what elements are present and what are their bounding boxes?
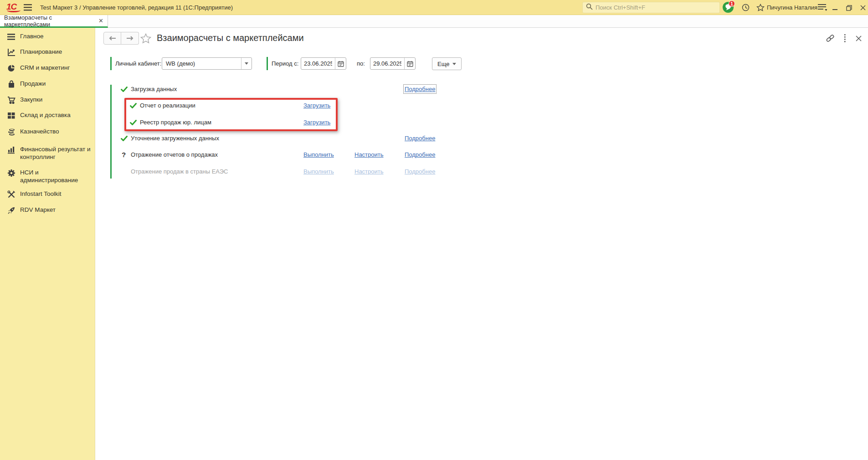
period-to-field[interactable] (370, 57, 416, 70)
current-user[interactable]: Пичугина Наталия (767, 4, 817, 11)
user-menu-icon[interactable] (818, 4, 827, 13)
filter-group-bar (110, 57, 112, 70)
check-icon (130, 102, 137, 111)
close-window-icon[interactable] (859, 5, 867, 11)
history-icon[interactable] (742, 4, 750, 13)
favorite-star-icon[interactable] (140, 33, 151, 46)
treasury-coins-icon (7, 128, 15, 136)
sidebar-item-infostart[interactable]: Infostart Toolkit (0, 190, 95, 199)
sidebar-item-glavnoe[interactable]: Главное (0, 32, 95, 41)
get-link-icon[interactable] (826, 34, 835, 44)
filter-group-bar (267, 57, 268, 70)
check-icon (121, 86, 128, 94)
main-content: Взаиморасчеты с маркетплейсами Личный ка… (95, 28, 868, 460)
forward-button[interactable] (121, 32, 139, 45)
period-from-label: Период с: (272, 60, 298, 67)
cabinet-value: WB (демо) (162, 60, 241, 67)
notification-badge: 1 (729, 0, 735, 7)
rocket-icon (7, 206, 15, 215)
window-titlebar: 1С Test Маркет 3 / Управление торговлей,… (0, 0, 868, 15)
calendar-icon[interactable] (404, 58, 415, 69)
purchases-cart-icon (7, 96, 15, 104)
restore-button[interactable] (845, 5, 853, 11)
calendar-icon[interactable] (335, 58, 346, 69)
planning-icon (7, 48, 15, 56)
favorites-star-icon[interactable] (756, 4, 765, 13)
period-from-field[interactable] (301, 57, 346, 70)
load-link[interactable]: Загрузить (303, 102, 330, 109)
check-icon (121, 135, 128, 143)
sidebar-item-kaznacheystvo[interactable]: Казначейство (0, 128, 95, 136)
minimize-button[interactable] (831, 5, 838, 11)
caret-down-icon (452, 63, 456, 65)
sales-bag-icon (7, 80, 15, 88)
sidebar-item-nsi[interactable]: НСИ и администрирование (0, 169, 95, 184)
sidebar-item-crm[interactable]: CRM и маркетинг (0, 64, 95, 72)
finance-chart-icon (7, 146, 15, 154)
load-link[interactable]: Загрузить (303, 119, 330, 126)
period-to-label: по: (357, 60, 365, 67)
form-command-icons (826, 34, 862, 44)
cabinet-label: Личный кабинет: (115, 60, 161, 67)
run-link[interactable]: Выполнить (303, 151, 334, 158)
close-form-icon[interactable] (856, 35, 862, 43)
check-icon (130, 119, 137, 128)
back-button[interactable] (103, 32, 121, 45)
search-icon (586, 3, 593, 12)
details-link[interactable]: Подробнее (405, 86, 435, 92)
tab-bar: Взаиморасчеты с маркетплейсами ✕ (0, 15, 868, 28)
notifications-button[interactable]: 1 (723, 1, 734, 13)
sidebar-item-zakupki[interactable]: Закупки (0, 96, 95, 104)
global-search[interactable] (582, 2, 720, 13)
configure-link[interactable]: Настроить (354, 168, 384, 175)
period-from-input[interactable] (301, 60, 335, 67)
question-icon: ? (122, 151, 126, 158)
details-link[interactable]: Подробнее (405, 135, 435, 142)
gear-icon (7, 169, 15, 177)
sections-sidebar: Главное Планирование CRM и маркетинг Про… (0, 28, 95, 460)
run-link[interactable]: Выполнить (303, 168, 334, 175)
tab-settlements-marketplaces[interactable]: Взаиморасчеты с маркетплейсами ✕ (0, 15, 108, 28)
sidebar-item-prodazhi[interactable]: Продажи (0, 80, 95, 88)
window-title: Test Маркет 3 / Управление торговлей, ре… (40, 4, 233, 11)
task-group-bar (110, 85, 112, 179)
nav-history-buttons (103, 32, 139, 45)
menu-icon (7, 33, 15, 41)
sidebar-item-rdv-market[interactable]: RDV Маркет (0, 206, 95, 215)
tools-icon (7, 190, 15, 199)
cabinet-dropdown-icon[interactable] (241, 58, 252, 69)
search-input[interactable] (596, 4, 716, 11)
main-menu-icon[interactable] (24, 4, 32, 13)
1c-logo: 1С (6, 2, 22, 13)
details-link[interactable]: Подробнее (405, 168, 435, 175)
sidebar-item-finrezultat[interactable]: Финансовый результат и контроллинг (0, 145, 95, 161)
configure-link[interactable]: Настроить (354, 151, 384, 158)
crm-pie-icon (7, 64, 15, 72)
details-link[interactable]: Подробнее (405, 151, 435, 158)
sidebar-item-sklad[interactable]: Склад и доставка (0, 111, 95, 120)
tab-close-icon[interactable]: ✕ (98, 17, 103, 24)
page-title: Взаиморасчеты с маркетплейсами (157, 33, 304, 43)
more-actions-icon[interactable] (844, 34, 846, 44)
period-to-input[interactable] (370, 60, 404, 67)
cabinet-select[interactable]: WB (демо) (162, 57, 252, 70)
tab-label: Взаиморасчеты с маркетплейсами (4, 14, 94, 28)
warehouse-grid-icon (7, 112, 15, 120)
more-button[interactable]: Еще (432, 57, 462, 70)
sidebar-item-planirovanie[interactable]: Планирование (0, 48, 95, 56)
